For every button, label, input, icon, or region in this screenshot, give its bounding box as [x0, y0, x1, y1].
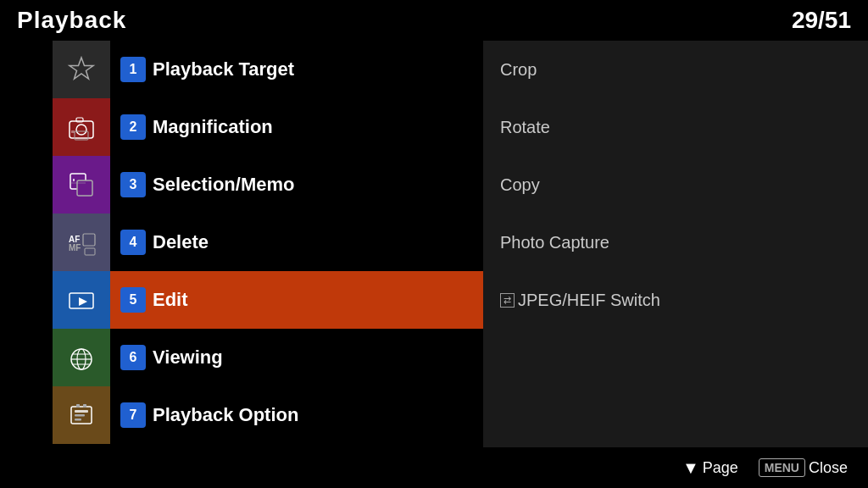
item-label-7: Playback Option [153, 404, 483, 426]
close-label: Close [809, 459, 848, 477]
icon-selection [53, 156, 110, 214]
page-title: Playback [17, 7, 126, 34]
menu-item-playback-option[interactable]: 7 Playback Option [110, 386, 483, 444]
svg-rect-26 [83, 404, 86, 408]
item-label-3: Selection/Memo [153, 174, 483, 196]
svg-rect-22 [75, 410, 88, 413]
svg-rect-24 [75, 419, 81, 421]
icon-globe [53, 329, 110, 386]
svg-text:MF: MF [69, 243, 81, 252]
right-panel: Crop Rotate Copy Photo Capture ⇄ JPEG/HE… [483, 41, 868, 447]
footer-page: ▼ Page [682, 458, 738, 478]
svg-marker-0 [70, 58, 93, 79]
page-counter: 29/51 [792, 7, 851, 34]
item-label-5: Edit [153, 289, 483, 311]
jpeg-heif-icon: ⇄ [500, 293, 515, 308]
item-number-6: 6 [120, 345, 146, 370]
item-number-2: 2 [120, 114, 146, 140]
item-number-4: 4 [120, 230, 146, 255]
menu-button-label: MENU [759, 458, 805, 477]
icon-tools [53, 386, 110, 444]
footer: ▼ Page MENU Close [0, 447, 868, 488]
item-label-4: Delete [153, 231, 483, 253]
right-item-photo-capture[interactable]: Photo Capture [483, 214, 868, 271]
right-item-jpeg-heif[interactable]: ⇄ JPEG/HEIF Switch [483, 271, 868, 329]
item-label-6: Viewing [153, 347, 483, 369]
item-number-7: 7 [120, 402, 146, 428]
menu-item-playback-target[interactable]: 1 Playback Target [110, 41, 483, 98]
item-number-5: 5 [120, 287, 146, 313]
item-label-2: Magnification [153, 116, 483, 138]
menu-item-selection-memo[interactable]: 3 Selection/Memo [110, 156, 483, 214]
icon-camera [53, 98, 110, 156]
svg-rect-25 [76, 404, 80, 408]
menu-item-edit[interactable]: 5 Edit [110, 271, 483, 329]
icon-column: AF MF [53, 41, 110, 447]
left-panel: 1 Playback Target 2 Magnification 3 Sele… [110, 41, 483, 447]
svg-rect-4 [71, 130, 75, 133]
right-item-empty-2 [483, 386, 868, 444]
main-container: 1 Playback Target 2 Magnification 3 Sele… [110, 41, 868, 447]
icon-play [53, 271, 110, 329]
page-label: Page [703, 459, 738, 477]
svg-rect-23 [75, 414, 85, 417]
item-number-1: 1 [120, 57, 146, 82]
icon-afmf: AF MF [53, 214, 110, 271]
svg-rect-13 [85, 248, 95, 255]
menu-item-magnification[interactable]: 2 Magnification [110, 98, 483, 156]
svg-rect-1 [70, 121, 93, 138]
svg-marker-15 [79, 297, 87, 306]
svg-point-2 [76, 125, 86, 135]
item-label-1: Playback Target [153, 58, 483, 80]
icon-star [53, 41, 110, 98]
right-item-rotate[interactable]: Rotate [483, 98, 868, 156]
svg-rect-12 [83, 234, 95, 246]
right-item-crop[interactable]: Crop [483, 41, 868, 98]
right-item-empty-1 [483, 329, 868, 386]
item-number-3: 3 [120, 172, 146, 197]
page-icon: ▼ [682, 458, 699, 478]
menu-item-viewing[interactable]: 6 Viewing [110, 329, 483, 386]
header: Playback 29/51 [0, 0, 868, 41]
right-item-copy[interactable]: Copy [483, 156, 868, 214]
footer-close: MENU Close [759, 458, 848, 477]
menu-item-delete[interactable]: 4 Delete [110, 214, 483, 271]
